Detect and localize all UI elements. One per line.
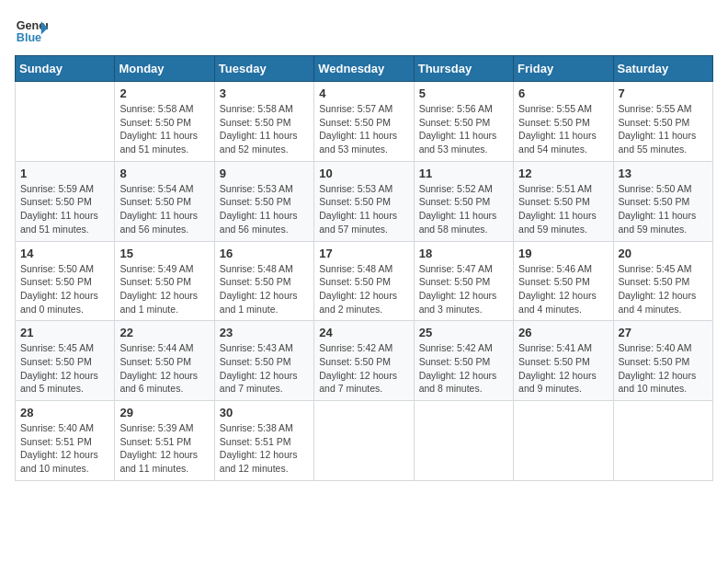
daylight-label: Daylight: 12 hours and 7 minutes. xyxy=(220,370,298,395)
sunrise-label: Sunrise: 5:47 AM xyxy=(419,263,493,274)
daylight-label: Daylight: 12 hours and 5 minutes. xyxy=(20,370,98,395)
day-number: 2 xyxy=(119,86,209,100)
sunrise-label: Sunrise: 5:58 AM xyxy=(220,103,293,114)
day-cell-29: 29 Sunrise: 5:39 AM Sunset: 5:51 PM Dayl… xyxy=(115,401,214,481)
weekday-header-saturday: Saturday xyxy=(613,56,712,82)
day-info: Sunrise: 5:45 AM Sunset: 5:50 PM Dayligh… xyxy=(619,262,708,316)
day-info: Sunrise: 5:55 AM Sunset: 5:50 PM Dayligh… xyxy=(619,102,708,156)
daylight-label: Daylight: 12 hours and 4 minutes. xyxy=(619,290,697,315)
day-info: Sunrise: 5:53 AM Sunset: 5:50 PM Dayligh… xyxy=(220,182,309,236)
sunset-label: Sunset: 5:50 PM xyxy=(220,196,291,207)
svg-text:Blue: Blue xyxy=(17,31,41,44)
sunset-label: Sunset: 5:50 PM xyxy=(20,356,92,367)
daylight-label: Daylight: 12 hours and 10 minutes. xyxy=(20,449,98,474)
day-info: Sunrise: 5:50 AM Sunset: 5:50 PM Dayligh… xyxy=(20,262,109,316)
day-info: Sunrise: 5:57 AM Sunset: 5:50 PM Dayligh… xyxy=(319,102,408,156)
day-number: 24 xyxy=(319,326,408,339)
empty-cell xyxy=(16,82,115,162)
weekday-header-friday: Friday xyxy=(514,56,613,82)
sunrise-label: Sunrise: 5:43 AM xyxy=(220,342,293,353)
daylight-label: Daylight: 12 hours and 2 minutes. xyxy=(319,290,397,315)
sunset-label: Sunset: 5:50 PM xyxy=(220,276,291,287)
day-cell-15: 15 Sunrise: 5:49 AM Sunset: 5:50 PM Dayl… xyxy=(115,241,214,321)
day-info: Sunrise: 5:47 AM Sunset: 5:50 PM Dayligh… xyxy=(419,262,508,316)
daylight-label: Daylight: 12 hours and 7 minutes. xyxy=(319,370,397,395)
daylight-label: Daylight: 12 hours and 1 minute. xyxy=(220,290,298,315)
daylight-label: Daylight: 11 hours and 52 minutes. xyxy=(220,130,298,155)
day-number: 22 xyxy=(119,326,209,339)
daylight-label: Daylight: 11 hours and 51 minutes. xyxy=(20,210,98,235)
day-number: 29 xyxy=(119,406,209,419)
sunrise-label: Sunrise: 5:55 AM xyxy=(619,103,692,114)
day-info: Sunrise: 5:40 AM Sunset: 5:50 PM Dayligh… xyxy=(619,341,708,396)
sunset-label: Sunset: 5:50 PM xyxy=(619,196,690,207)
daylight-label: Daylight: 12 hours and 11 minutes. xyxy=(119,449,198,474)
sunrise-label: Sunrise: 5:56 AM xyxy=(419,103,493,114)
day-info: Sunrise: 5:42 AM Sunset: 5:50 PM Dayligh… xyxy=(419,341,508,396)
day-info: Sunrise: 5:55 AM Sunset: 5:50 PM Dayligh… xyxy=(518,102,608,156)
sunrise-label: Sunrise: 5:51 AM xyxy=(518,183,592,194)
daylight-label: Daylight: 12 hours and 4 minutes. xyxy=(518,290,597,315)
day-info: Sunrise: 5:39 AM Sunset: 5:51 PM Dayligh… xyxy=(119,421,209,476)
sunrise-label: Sunrise: 5:42 AM xyxy=(419,342,493,353)
sunrise-label: Sunrise: 5:49 AM xyxy=(119,263,193,274)
day-cell-2: 2 Sunrise: 5:58 AM Sunset: 5:50 PM Dayli… xyxy=(115,82,214,162)
day-number: 16 xyxy=(220,247,309,260)
daylight-label: Daylight: 11 hours and 58 minutes. xyxy=(419,210,497,235)
daylight-label: Daylight: 12 hours and 3 minutes. xyxy=(419,290,497,315)
empty-cell xyxy=(514,401,613,481)
sunset-label: Sunset: 5:50 PM xyxy=(518,196,590,207)
day-info: Sunrise: 5:59 AM Sunset: 5:50 PM Dayligh… xyxy=(20,182,109,236)
day-number: 3 xyxy=(220,86,309,100)
empty-cell xyxy=(314,401,414,481)
calendar-week-5: 28 Sunrise: 5:40 AM Sunset: 5:51 PM Dayl… xyxy=(16,401,713,481)
day-info: Sunrise: 5:53 AM Sunset: 5:50 PM Dayligh… xyxy=(319,182,408,236)
day-info: Sunrise: 5:41 AM Sunset: 5:50 PM Dayligh… xyxy=(518,341,608,396)
day-cell-23: 23 Sunrise: 5:43 AM Sunset: 5:50 PM Dayl… xyxy=(214,321,313,401)
day-info: Sunrise: 5:58 AM Sunset: 5:50 PM Dayligh… xyxy=(119,102,209,156)
sunrise-label: Sunrise: 5:48 AM xyxy=(319,263,392,274)
daylight-label: Daylight: 11 hours and 59 minutes. xyxy=(518,210,597,235)
day-number: 17 xyxy=(319,247,408,260)
day-info: Sunrise: 5:49 AM Sunset: 5:50 PM Dayligh… xyxy=(119,262,209,316)
day-number: 13 xyxy=(619,167,708,180)
day-cell-24: 24 Sunrise: 5:42 AM Sunset: 5:50 PM Dayl… xyxy=(314,321,414,401)
daylight-label: Daylight: 12 hours and 10 minutes. xyxy=(619,370,697,395)
sunrise-label: Sunrise: 5:40 AM xyxy=(20,422,94,433)
day-info: Sunrise: 5:50 AM Sunset: 5:50 PM Dayligh… xyxy=(619,182,708,236)
day-cell-10: 10 Sunrise: 5:53 AM Sunset: 5:50 PM Dayl… xyxy=(314,161,414,241)
sunrise-label: Sunrise: 5:57 AM xyxy=(319,103,392,114)
sunset-label: Sunset: 5:50 PM xyxy=(319,356,391,367)
empty-cell xyxy=(414,401,513,481)
sunrise-label: Sunrise: 5:45 AM xyxy=(619,263,692,274)
sunset-label: Sunset: 5:51 PM xyxy=(20,436,92,447)
weekday-header-thursday: Thursday xyxy=(414,56,513,82)
day-number: 19 xyxy=(518,247,608,260)
sunset-label: Sunset: 5:50 PM xyxy=(619,356,690,367)
empty-cell xyxy=(613,401,712,481)
sunset-label: Sunset: 5:50 PM xyxy=(518,117,590,128)
sunrise-label: Sunrise: 5:46 AM xyxy=(518,263,592,274)
sunrise-label: Sunrise: 5:39 AM xyxy=(119,422,193,433)
day-cell-17: 17 Sunrise: 5:48 AM Sunset: 5:50 PM Dayl… xyxy=(314,241,414,321)
day-number: 25 xyxy=(419,326,508,339)
day-cell-19: 19 Sunrise: 5:46 AM Sunset: 5:50 PM Dayl… xyxy=(514,241,613,321)
sunrise-label: Sunrise: 5:58 AM xyxy=(119,103,193,114)
sunrise-label: Sunrise: 5:45 AM xyxy=(20,342,94,353)
sunrise-label: Sunrise: 5:50 AM xyxy=(20,263,94,274)
daylight-label: Daylight: 11 hours and 59 minutes. xyxy=(619,210,697,235)
day-cell-22: 22 Sunrise: 5:44 AM Sunset: 5:50 PM Dayl… xyxy=(115,321,214,401)
daylight-label: Daylight: 11 hours and 56 minutes. xyxy=(220,210,298,235)
day-cell-7: 7 Sunrise: 5:55 AM Sunset: 5:50 PM Dayli… xyxy=(613,82,712,162)
day-cell-25: 25 Sunrise: 5:42 AM Sunset: 5:50 PM Dayl… xyxy=(414,321,513,401)
day-info: Sunrise: 5:40 AM Sunset: 5:51 PM Dayligh… xyxy=(20,421,109,476)
sunrise-label: Sunrise: 5:42 AM xyxy=(319,342,392,353)
day-cell-30: 30 Sunrise: 5:38 AM Sunset: 5:51 PM Dayl… xyxy=(214,401,313,481)
day-cell-11: 11 Sunrise: 5:52 AM Sunset: 5:50 PM Dayl… xyxy=(414,161,513,241)
logo-icon: General Blue xyxy=(15,15,48,48)
sunrise-label: Sunrise: 5:48 AM xyxy=(220,263,293,274)
sunrise-label: Sunrise: 5:41 AM xyxy=(518,342,592,353)
day-cell-8: 8 Sunrise: 5:54 AM Sunset: 5:50 PM Dayli… xyxy=(115,161,214,241)
day-cell-14: 14 Sunrise: 5:50 AM Sunset: 5:50 PM Dayl… xyxy=(16,241,115,321)
day-number: 18 xyxy=(419,247,508,260)
